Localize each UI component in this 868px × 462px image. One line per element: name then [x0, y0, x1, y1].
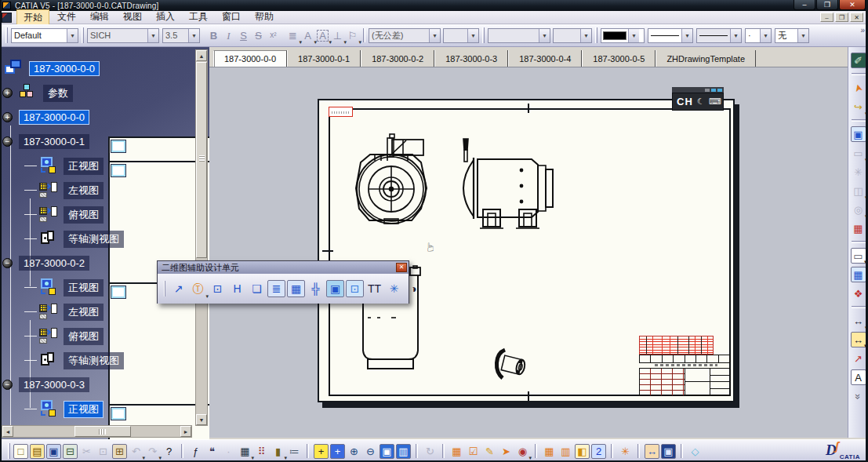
mdi-minimize-button[interactable]: –	[820, 13, 833, 22]
ime-language-bar[interactable]: CH ☾ ⌨	[672, 87, 724, 111]
floating-toolbar-close-button[interactable]: ✕	[396, 263, 407, 272]
quick-view-icon[interactable]: ▥	[396, 444, 411, 459]
tree-node-label[interactable]: 俯视图	[64, 206, 104, 224]
tree-node-label[interactable]: 正视图	[64, 401, 104, 418]
leader-icon[interactable]: ↗	[851, 351, 866, 366]
workbench-drafting-icon[interactable]: ✐	[851, 53, 866, 68]
menu-item-file[interactable]: 文件	[51, 9, 82, 26]
knowledge-icon[interactable]: ·	[221, 444, 236, 459]
ime-close-icon[interactable]	[717, 89, 722, 92]
scroll-up-button[interactable]: ▲	[196, 50, 207, 61]
relations-icon[interactable]: ⠿	[254, 444, 269, 459]
tree-node-label[interactable]: 左视图	[64, 182, 104, 199]
isometric-detail-drawing[interactable]	[492, 347, 530, 382]
sheet-tab-187-3000-0-5[interactable]: 187-3000-0-5	[582, 50, 656, 67]
print-icon[interactable]: ⊟	[63, 444, 78, 459]
toolbar-grip[interactable]	[5, 27, 8, 43]
scrollbar-thumb[interactable]	[196, 62, 207, 258]
ime-bar-header[interactable]	[672, 87, 724, 93]
instantiate-component-icon[interactable]: ❏	[248, 280, 266, 297]
scroll-left-button[interactable]: ◄	[2, 426, 13, 437]
analysis-icon[interactable]: ✎	[482, 444, 497, 459]
menu-item-help[interactable]: 帮助	[249, 9, 280, 26]
text-template-icon[interactable]: TT	[365, 280, 383, 297]
ime-language-label[interactable]: CH	[677, 96, 693, 107]
ime-minimize-icon[interactable]	[705, 89, 710, 92]
dimensions-icon[interactable]: ↔▾	[851, 313, 866, 329]
iso-view-icon[interactable]	[39, 351, 59, 369]
new-view-icon[interactable]: ▣	[851, 126, 866, 142]
bold-button[interactable]: B	[206, 28, 221, 43]
left-view-drawing[interactable]	[449, 136, 572, 231]
update-icon[interactable]: ❖	[851, 286, 866, 301]
numeric-display-combo[interactable]: ▾	[488, 28, 550, 43]
anchor-point-button[interactable]: ⊥▾	[330, 28, 345, 43]
front-view-drawing[interactable]	[345, 133, 438, 232]
wheel-icon[interactable]: ✳	[385, 280, 403, 297]
floating-toolbar-title-bar[interactable]: 二维图辅助设计单元 ✕	[158, 261, 409, 274]
lock-icon[interactable]: ▮▾	[271, 444, 285, 459]
superscript-button[interactable]: x²	[266, 28, 281, 43]
ime-fullwidth-moon-icon[interactable]: ☾	[697, 96, 705, 107]
projection-view-icon[interactable]	[39, 303, 59, 321]
macro-icon[interactable]: ✳	[618, 444, 633, 459]
tolerance-value-combo[interactable]: ▾	[443, 28, 479, 43]
text-frame-button[interactable]: A▾	[315, 28, 330, 43]
sheet-tab-187-3000-0-4[interactable]: 187-3000-0-4	[508, 50, 582, 67]
comment-icon[interactable]: ❝	[205, 444, 220, 459]
views-stack-icon[interactable]: ⊡	[346, 280, 364, 297]
balloon-icon[interactable]: Ⓣ▾	[189, 280, 207, 297]
h-dimension-icon[interactable]: H	[228, 280, 246, 297]
swap-sheet-icon[interactable]: ↪▾	[851, 99, 866, 115]
zoom-out-icon[interactable]: ⊖	[363, 444, 378, 459]
toolbar-grip[interactable]	[595, 27, 597, 43]
more-tools-chevron[interactable]: »	[851, 388, 866, 404]
menu-item-insert[interactable]: 插入	[150, 9, 181, 26]
section-circle-icon[interactable]: ◑	[405, 280, 423, 297]
sheet-copy-icon[interactable]: ⊡	[209, 280, 227, 297]
tree-node-label[interactable]: 187-3000-0-2	[19, 256, 89, 271]
iso-view-icon[interactable]	[39, 230, 59, 248]
grid-icon[interactable]: ▦	[449, 444, 464, 459]
table-icon[interactable]: ▦	[851, 267, 866, 282]
grid-2-icon[interactable]: ▦	[542, 444, 557, 459]
title-block[interactable]	[639, 368, 731, 396]
normal-view-icon[interactable]: ▣	[380, 444, 394, 459]
thickness-combo[interactable]: 无▾	[775, 28, 809, 43]
line-type-combo[interactable]: ▾	[648, 28, 693, 43]
tree-horizontal-scrollbar[interactable]: ◄ ►	[2, 425, 192, 438]
tree-node-label[interactable]: 正视图	[64, 158, 104, 175]
frame-fill-icon[interactable]: ▣	[326, 280, 344, 297]
sheet-tab-187-3000-0-2[interactable]: 187-3000-0-2	[361, 50, 434, 67]
point-style-combo[interactable]: ·▾	[745, 28, 772, 43]
collapse-expander-icon[interactable]: −	[2, 258, 13, 268]
expand-expander-icon[interactable]: +	[2, 112, 13, 122]
tree-node-label[interactable]: 正视图	[64, 279, 104, 296]
drawing-canvas[interactable]: ☞	[209, 67, 848, 438]
toolbar-overflow-chevron[interactable]: »	[860, 26, 865, 35]
collapse-expander-icon[interactable]: −	[2, 380, 13, 390]
mdi-close-button[interactable]: ✕	[850, 13, 863, 22]
mdi-restore-button[interactable]: ❐	[835, 13, 848, 22]
menu-item-view[interactable]: 视图	[117, 9, 148, 26]
minimize-button[interactable]: –	[794, 0, 815, 10]
tree-node-label[interactable]: 等轴测视图	[64, 231, 124, 248]
new-document-icon[interactable]: □	[13, 444, 28, 459]
bom-stack-icon[interactable]: ≣	[267, 280, 285, 297]
toolbar-grip[interactable]	[482, 27, 485, 43]
projection-view-icon[interactable]	[39, 181, 59, 199]
drawing-sheet[interactable]	[318, 99, 735, 402]
open-folder-icon[interactable]: ▤	[30, 444, 45, 459]
redo-icon[interactable]: ↷▾	[145, 444, 160, 459]
close-button[interactable]: ✕	[839, 0, 866, 10]
design-table-icon[interactable]: ▦▾	[238, 444, 252, 459]
check-rule-icon[interactable]: ≔	[287, 444, 302, 459]
measure-icon[interactable]: ↔	[645, 444, 659, 459]
sheet-tab-187-3000-0-0[interactable]: 187-3000-0-0	[213, 50, 287, 67]
front-view-icon[interactable]	[39, 157, 59, 175]
restore-button[interactable]: ❐	[816, 0, 838, 10]
parameters-icon[interactable]	[19, 84, 38, 102]
tree-node-label[interactable]: 左视图	[64, 304, 104, 321]
tree-node-label[interactable]: 参数	[43, 85, 73, 102]
collapse-expander-icon[interactable]: −	[2, 136, 13, 147]
